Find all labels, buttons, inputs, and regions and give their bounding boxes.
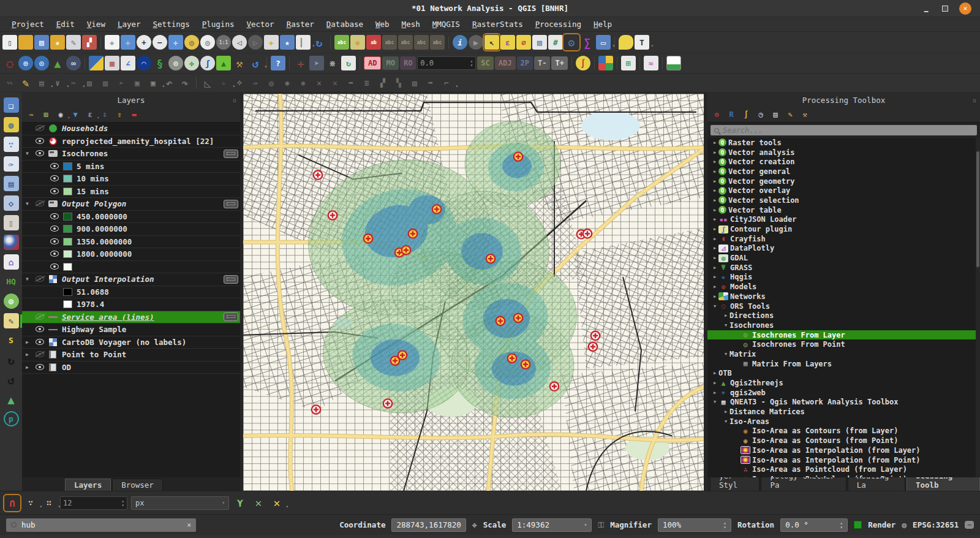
processing-row[interactable]: ▶QVector geometry — [707, 176, 980, 186]
label-move-icon[interactable]: abc — [398, 35, 413, 50]
layer-row[interactable] — [22, 261, 240, 274]
processing-panel-close-icon[interactable]: ▫ — [973, 97, 976, 104]
layer-row[interactable]: Highway Sample — [22, 324, 240, 336]
crs-value[interactable]: EPSG:32651 — [913, 520, 959, 529]
visibility-eye-icon[interactable] — [50, 163, 59, 170]
reshape-features-icon[interactable]: ➦ — [344, 75, 358, 90]
expand-icon[interactable]: ▼ — [722, 323, 729, 328]
vertex-tool-icon[interactable]: ✂▾ — [66, 75, 81, 90]
processing-row[interactable]: ▶QVector general — [707, 167, 980, 176]
tab-layers[interactable]: Layers — [65, 479, 111, 491]
processing-row[interactable]: ▶⚙Models — [707, 282, 980, 292]
menu-vector[interactable]: Vector — [241, 18, 279, 30]
processing-row[interactable]: ▶QVector selection — [707, 195, 980, 205]
select-features-icon[interactable]: ↖▾ — [484, 35, 499, 50]
remove-layer-icon[interactable]: ▬ — [129, 109, 140, 120]
visibility-eye-icon[interactable] — [36, 339, 45, 346]
layer-row[interactable]: 1800.0000000 — [22, 248, 240, 261]
processing-row[interactable]: ▶QVector analysis — [707, 148, 980, 157]
processing-row[interactable]: ▶QVector overlay — [707, 186, 980, 195]
processing-row[interactable]: ▼Matrix — [707, 349, 980, 359]
layer-row[interactable]: 900.0000000 — [22, 223, 240, 236]
expand-icon[interactable]: ▶ — [711, 208, 718, 213]
edit-indicator-badge[interactable] — [224, 150, 238, 158]
edit-features-inplace-icon[interactable]: ✎ — [785, 109, 796, 120]
zoom-plugin-icon[interactable]: ⊙ — [168, 56, 183, 70]
undo-dark-icon[interactable]: ↺ — [4, 372, 19, 387]
bookmarks-icon[interactable]: ▎▾ — [296, 35, 311, 50]
label-highlight-icon[interactable]: abc — [382, 35, 397, 50]
menu-mmqgis[interactable]: MMQGIS — [427, 18, 466, 30]
add-vector-layer-icon[interactable]: ∵ — [4, 137, 19, 152]
ors-tools-icon[interactable]: ∫ — [576, 56, 590, 70]
menu-layer[interactable]: Layer — [112, 18, 146, 30]
layer-row[interactable]: ▶OD — [22, 362, 240, 374]
layer-row[interactable]: 10 mins — [22, 173, 240, 186]
expand-icon[interactable]: ▶ — [722, 313, 729, 318]
add-wms-layer-icon[interactable]: ◍ — [4, 117, 19, 132]
history-icon[interactable]: ◷ — [755, 109, 766, 120]
layer-row[interactable]: 450.0000000 — [22, 211, 240, 224]
tab-browser[interactable]: Browser — [112, 479, 163, 491]
style-manager-icon[interactable]: ▞ — [82, 35, 97, 50]
rotation-spinbox[interactable]: 0.0 °▴▾ — [780, 518, 848, 532]
menu-rasterstats[interactable]: RasterStats — [467, 18, 529, 30]
statistical-summary-icon[interactable]: ∑ — [580, 35, 595, 50]
self-snapping-icon[interactable]: ✕▾ — [270, 496, 284, 510]
coordinate-input[interactable]: 288743,1617820 — [391, 518, 466, 532]
zoom-in-icon[interactable]: + — [137, 35, 151, 50]
locator-search-input[interactable]: hub ✕ — [6, 518, 196, 532]
magnifier-spinbox[interactable]: 100%▴▾ — [658, 518, 731, 532]
simplify-feature-icon[interactable]: ✑ — [248, 75, 263, 90]
processing-search-input[interactable]: Search... — [710, 125, 977, 135]
visibility-eye-icon[interactable] — [36, 351, 45, 358]
deselect-features-icon[interactable]: ∅ — [516, 35, 531, 50]
plugin-sphere-icon[interactable] — [4, 235, 19, 250]
processing-row[interactable]: ▶✳qgis2web — [707, 388, 980, 398]
histogram-icon[interactable] — [666, 56, 681, 70]
processing-row[interactable]: ▼▦QNEAT3 - Qgis Network Analysis Toolbox — [707, 398, 980, 407]
expand-icon[interactable]: ▶ — [711, 265, 718, 270]
messages-icon[interactable]: ⋯ — [965, 521, 974, 529]
extents-icon[interactable]: ✥ — [472, 520, 477, 529]
expand-icon[interactable]: ▼ — [711, 400, 718, 404]
processing-row[interactable]: ▶QVector creation — [707, 157, 980, 167]
layers-panel-close-icon[interactable]: ▫ — [233, 97, 236, 104]
expand-icon[interactable]: ▶ — [711, 371, 718, 376]
toggle-editing-icon[interactable]: ✎ — [18, 75, 33, 90]
expand-icon[interactable]: ▶ — [711, 275, 718, 279]
gdrive-icon[interactable]: ▲ — [4, 392, 19, 407]
visibility-eye-icon[interactable] — [50, 188, 59, 195]
layer-row[interactable]: ▼Isochrones — [22, 148, 240, 161]
merge-features-icon[interactable]: ▧ — [407, 75, 422, 90]
table-refresh-icon[interactable]: ↻ — [341, 56, 356, 70]
visibility-eye-icon[interactable] — [50, 213, 59, 220]
profile-tool-icon[interactable]: ∠ — [121, 56, 135, 70]
advanced-digitizing-ad-button[interactable]: AD — [364, 56, 381, 70]
add-ring-icon[interactable]: ◎ — [264, 75, 279, 90]
menu-web[interactable]: Web — [370, 18, 395, 30]
layer-row[interactable]: 1978.4 — [22, 298, 240, 311]
processing-row[interactable]: ▶Distance Matrices — [707, 407, 980, 417]
layer-diagram-icon[interactable]: ◆ — [350, 35, 365, 50]
zoom-last-icon[interactable]: ◁ — [232, 35, 247, 50]
sc-button[interactable]: SC — [477, 56, 493, 70]
manage-visibility-icon[interactable]: ◉▾ — [55, 109, 66, 120]
layer-row[interactable]: reprojected_amenity_hospital [22] — [22, 135, 240, 148]
scale-combo[interactable]: 1:49362▾ — [512, 518, 592, 532]
osm-sphere-icon[interactable]: ◠ — [137, 56, 151, 70]
ro-button[interactable]: RO — [400, 56, 416, 70]
add-postgis-layer-icon[interactable]: ▤ — [4, 176, 19, 191]
r-scripts-icon[interactable]: R — [726, 109, 737, 120]
minimize-button[interactable]: ▁ — [921, 4, 931, 13]
layer-row[interactable]: 5 mins — [22, 161, 240, 173]
visibility-eye-icon[interactable] — [36, 125, 45, 132]
raster-calc-icon[interactable]: ▦ — [105, 56, 119, 70]
crs-globe-icon[interactable]: ◍ — [902, 520, 907, 529]
zoom-out-icon[interactable]: − — [153, 35, 167, 50]
expand-icon[interactable]: ▶ — [711, 169, 718, 174]
topology-checker-icon[interactable]: ◌ — [2, 56, 17, 70]
expand-icon[interactable]: ▶ — [711, 294, 718, 299]
vertex-network-icon[interactable]: ⋇ — [325, 56, 340, 70]
processing-row[interactable]: ▼Iso-Areas — [707, 417, 980, 426]
